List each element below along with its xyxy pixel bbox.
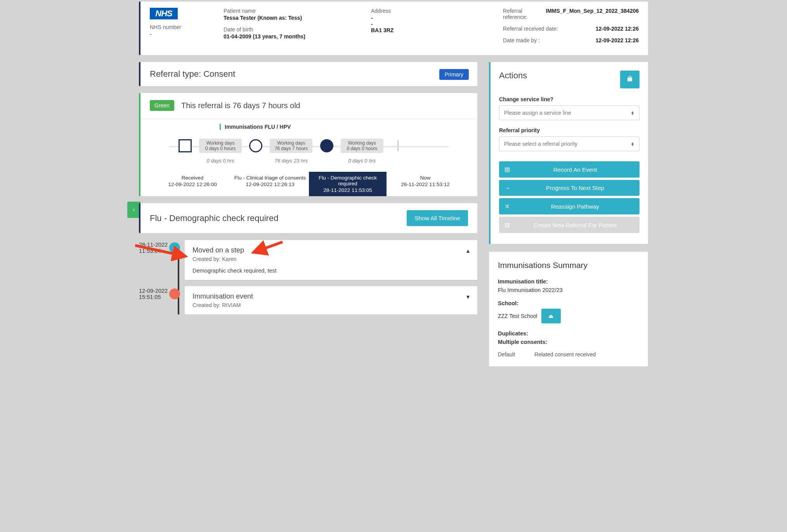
multiple-consents-label: Multiple consents: [498,339,639,345]
eject-icon: ⏏ [548,313,553,319]
work-badge-1: Working days0 days 0 hours [199,139,242,153]
school-eject-button[interactable]: ⏏ [541,309,561,323]
address-line1: - [371,15,487,21]
ref-ref-label: Referral reference: [503,8,546,20]
status-badge: Green [150,100,174,111]
node-now-icon [397,140,399,151]
school-label: School: [498,300,639,306]
primary-badge: Primary [439,69,469,80]
reassign-pathway-button[interactable]: ⤭ Reassign Pathway [499,198,640,214]
unlock-button[interactable] [620,71,640,88]
shuffle-icon: ⤭ [504,203,516,210]
imm-title-label: Immunisation title: [498,278,639,285]
ref-recv-value: 12-09-2022 12:26 [596,26,639,33]
summary-title: Immunisations Summary [498,261,639,270]
patient-name-value: Tessa Tester (Known as: Tess) [224,15,355,21]
patient-name-label: Patient name [224,8,355,14]
stage-demographic-check: Flu - Demographic check required 28-11-2… [309,172,387,196]
event-dot-arrow-icon: ➜ [169,242,180,253]
made-by-label: Date made by : [503,37,540,43]
node-triage-icon [249,139,262,152]
work-badge-3: Working days0 days 0 hours [341,139,383,153]
collapse-tab[interactable]: ‹ [127,202,140,218]
referral-age-text: This referral is 76 days 7 hours old [181,101,300,110]
col-default: Default [498,351,515,358]
actions-title: Actions [499,71,527,81]
address-line3: BA1 3RZ [371,27,487,33]
pathway-label: Immunisations FLU / HPV [220,124,468,130]
event-created-by: Created by: Karen [192,256,470,262]
event-timestamp: 12-09-2022 15:51:05 [139,286,169,300]
event-body: Demographic check required, test [192,268,470,274]
referral-priority-label: Referral priority [499,127,640,133]
col-related-consent: Related consent received [534,351,596,358]
stage-now: Now 28-11-2022 11:53:12 [387,172,464,196]
stage-triage: Flu - Clinical triage of consents 12-09-… [231,172,309,196]
priority-placeholder: Please select a referral priority [504,141,577,147]
button-label: Record An Event [516,166,634,173]
progress-next-step-button[interactable]: → Progress To Next Step [499,180,640,196]
select-arrows-icon: ▲▼ [631,111,634,115]
school-value: ZZZ Test School [498,313,537,319]
event-timestamp: 28-11-2022 11:53:04 [139,240,169,254]
service-line-placeholder: Please assign a service line [504,110,571,116]
immunisations-summary-panel: Immunisations Summary Immunisation title… [489,252,648,366]
timeline-heading: Flu - Demographic check required [150,213,278,223]
pathway-track: Working days0 days 0 hours Working days7… [161,137,456,155]
record-event-button[interactable]: ▤ Record An Event [499,161,640,178]
event-dot-icon [169,288,180,299]
under-time-2: 76 days 23 hrs [275,158,308,164]
nhs-number-value: - [150,31,208,37]
change-service-line-label: Change service line? [499,96,640,102]
status-panel: ‹ Green This referral is 76 days 7 hours… [139,93,477,196]
address-label: Address [371,8,487,14]
imm-title-value: Flu Immunisation 2022/23 [498,287,639,293]
referral-type-panel: Referral type: Consent Primary [139,62,477,86]
unlock-icon [626,75,633,84]
dob-label: Date of birth [224,26,355,33]
work-badge-2: Working days76 days 7 hours [270,139,312,153]
button-label: Progress To Next Step [516,185,634,191]
dob-value: 01-04-2009 (13 years, 7 months) [224,33,355,40]
event-card[interactable]: ▾ Immunisation event Created by: RIVIAM [185,286,477,314]
patient-header: NHS NHS number - Patient name Tessa Test… [139,2,648,55]
button-label: Reassign Pathway [516,203,634,210]
create-new-referral-button: ▤ Create New Referral For Patient [499,217,640,233]
list-icon: ▤ [504,221,516,228]
stage-row: Received 12-09-2022 12:26:00 Flu - Clini… [154,172,464,196]
nhs-logo: NHS [150,8,178,19]
timeline-heading-panel: Flu - Demographic check required Show Al… [139,203,477,233]
made-by-value: 12-09-2022 12:26 [596,37,639,44]
select-arrows-icon: ▲▼ [631,142,634,146]
timeline-event: 12-09-2022 15:51:05 ▾ Immunisation event… [139,286,477,314]
timeline-event: 28-11-2022 11:53:04 ➜ ▴ Moved on a step … [139,240,477,280]
service-line-select[interactable]: Please assign a service line ▲▼ [499,105,640,120]
under-time-3: 0 days 0 hrs [348,158,376,164]
node-current-icon [320,139,333,152]
chevron-up-icon[interactable]: ▴ [466,247,470,254]
button-label: Create New Referral For Patient [516,222,634,228]
referral-type-title: Referral type: Consent [150,69,468,79]
node-received-icon [179,139,192,152]
chevron-left-icon: ‹ [133,206,135,213]
ref-ref-value: IMMS_F_Mon_Sep_12_2022_384206 [546,8,639,21]
event-title: Moved on a step [192,246,470,254]
actions-panel: Actions Change service line? Please assi… [489,62,648,244]
referral-priority-select[interactable]: Please select a referral priority ▲▼ [499,136,640,151]
address-line2: - [371,21,487,27]
nhs-number-label: NHS number [150,24,208,30]
ref-recv-label: Referral received date: [503,26,558,32]
show-all-timeline-button[interactable]: Show All Timeline [407,210,468,226]
timeline-events: 28-11-2022 11:53:04 ➜ ▴ Moved on a step … [139,240,477,314]
list-icon: ▤ [504,166,516,173]
under-time-1: 0 days 0 hrs [207,158,234,164]
arrow-right-icon: → [504,185,516,191]
duplicates-label: Duplicates: [498,330,639,337]
chevron-down-icon[interactable]: ▾ [466,293,470,301]
event-title: Immunisation event [192,292,470,301]
event-card[interactable]: ▴ Moved on a step Created by: Karen Demo… [185,240,477,280]
event-created-by: Created by: RIVIAM [192,302,470,308]
stage-received: Received 12-09-2022 12:26:00 [154,172,231,196]
